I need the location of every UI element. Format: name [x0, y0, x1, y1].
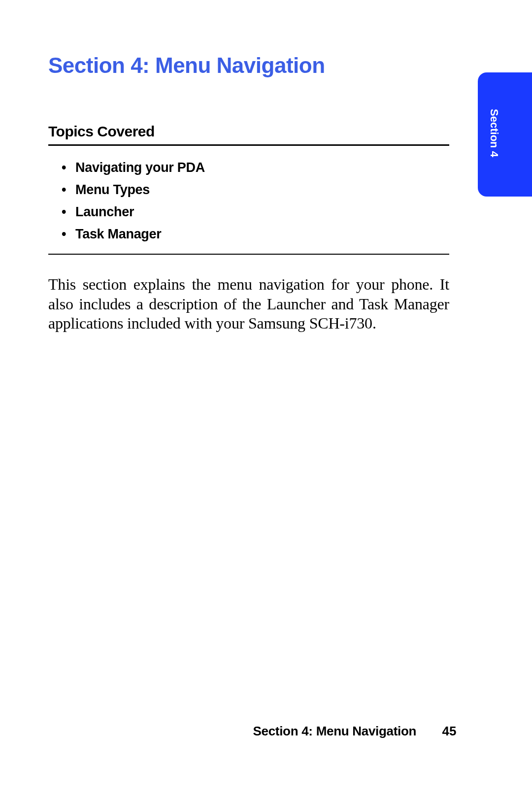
footer-page-number: 45: [442, 724, 457, 738]
footer: Section 4: Menu Navigation 45: [0, 724, 532, 739]
list-item: Menu Types: [62, 182, 205, 198]
list-item: Launcher: [62, 204, 205, 220]
side-tab: Section 4: [478, 72, 532, 197]
section-title: Section 4: Menu Navigation: [48, 53, 325, 78]
footer-section-label: Section 4: Menu Navigation: [253, 724, 416, 738]
list-item: Task Manager: [62, 227, 205, 242]
list-item: Navigating your PDA: [62, 160, 205, 175]
divider-bottom: [48, 254, 449, 255]
body-paragraph: This section explains the menu navigatio…: [48, 275, 449, 333]
side-tab-label: Section 4: [488, 109, 500, 157]
topics-heading: Topics Covered: [48, 123, 155, 140]
divider-top: [48, 144, 449, 146]
topics-list: Navigating your PDA Menu Types Launcher …: [62, 160, 205, 249]
